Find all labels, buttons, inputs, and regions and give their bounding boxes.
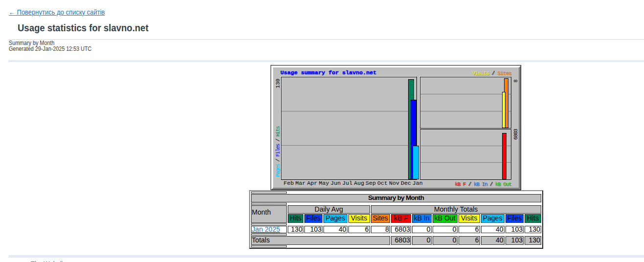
- svg-text:Pages / Files / Hits: Pages / Files / Hits: [275, 126, 281, 177]
- svg-text:Mar: Mar: [296, 180, 306, 187]
- svg-text:Feb: Feb: [284, 180, 294, 187]
- svg-text:kB F / kB In / kB Out: kB F / kB In / kB Out: [455, 181, 511, 187]
- svg-text:Jan: Jan: [413, 180, 423, 187]
- svg-text:Usage summary for slavno.net: Usage summary for slavno.net: [280, 69, 376, 76]
- svg-text:Oct: Oct: [377, 180, 388, 187]
- svg-text:Dec: Dec: [401, 180, 411, 187]
- svg-text:Nov: Nov: [389, 180, 399, 187]
- svg-text:Aug: Aug: [354, 180, 364, 187]
- svg-text:8: 8: [513, 79, 519, 83]
- svg-text:Jul: Jul: [342, 180, 352, 187]
- svg-text:Sep: Sep: [366, 180, 376, 187]
- svg-text:130: 130: [275, 79, 281, 88]
- svg-text:May: May: [319, 180, 329, 187]
- svg-text:Visits / Sites: Visits / Sites: [472, 70, 511, 76]
- svg-text:6803: 6803: [513, 129, 519, 140]
- svg-text:Apr: Apr: [307, 180, 318, 187]
- svg-text:Jun: Jun: [330, 180, 341, 187]
